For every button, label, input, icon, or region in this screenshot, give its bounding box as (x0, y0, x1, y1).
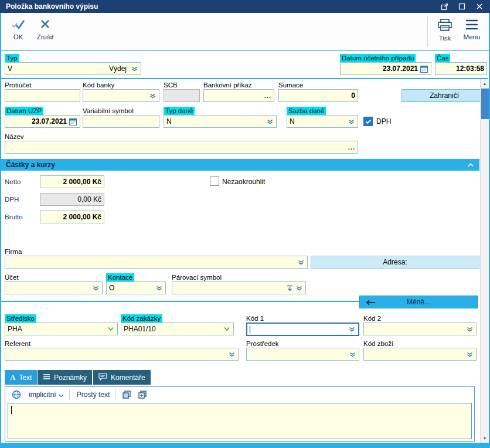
calendar-icon[interactable] (420, 65, 428, 73)
summation-field[interactable]: 0 (278, 89, 358, 102)
type-label: Typ (5, 54, 19, 62)
bank-order-browse-button[interactable]: ... (264, 92, 271, 99)
tab-text-label: Text (19, 374, 32, 382)
tab-text[interactable]: A Text (5, 370, 37, 385)
code2-label: Kód 2 (363, 314, 381, 323)
less-button-label: Méně... (407, 298, 430, 306)
accounting-date-field[interactable]: 23.07.2021 (340, 62, 431, 75)
pairing-sort-dropdown-icon[interactable] (286, 285, 294, 291)
netto-value: 2 000,00 Kč (43, 178, 101, 186)
copy-icon[interactable] (122, 391, 131, 399)
toolbar-separator (427, 16, 428, 47)
name-browse-button[interactable]: ... (348, 144, 355, 151)
vertical-scrollbar[interactable]: ▲ ▼ (480, 79, 489, 443)
tax-type-label: Typ daně (164, 107, 195, 115)
text-caret (11, 406, 12, 414)
code2-field[interactable] (363, 323, 477, 335)
no-rounding-checkbox-label[interactable]: Nezaokrouhlit (222, 178, 265, 186)
summation-value: 0 (281, 91, 355, 100)
uzp-date-label: Datum UZP (5, 107, 43, 115)
tab-comments[interactable]: Komentáře (93, 370, 151, 385)
counter-account-field[interactable] (5, 89, 80, 102)
bank-statement-item-dialog: Položka bankovního výpisu OK Zrušit Tisk… (0, 0, 490, 448)
netto-field[interactable]: 2 000,00 Kč (40, 175, 104, 188)
maximize-icon[interactable] (457, 2, 467, 11)
vat-checkbox-label[interactable]: DPH (376, 117, 391, 125)
code1-dropdown-button[interactable] (348, 327, 356, 332)
referent-dropdown-button[interactable] (228, 352, 236, 357)
variable-symbol-label: Variabilní symbol (83, 107, 134, 115)
cancel-button-label: Zrušit (37, 33, 54, 40)
tax-rate-field[interactable]: N (287, 115, 358, 128)
pairing-dropdown-button[interactable] (295, 286, 303, 291)
name-field[interactable]: ... (5, 141, 358, 154)
variable-symbol-field[interactable] (83, 115, 159, 128)
tax-rate-dropdown-button[interactable] (348, 119, 355, 124)
uzp-date-field[interactable]: 23.07.2021 (5, 115, 80, 128)
type-field[interactable]: V Výdej (5, 62, 141, 75)
account-label: Účet (5, 273, 19, 281)
foreign-button[interactable]: Zahraničí (401, 89, 487, 102)
account-field[interactable] (5, 281, 103, 294)
goods-code-field[interactable] (363, 348, 477, 361)
type-dropdown-button[interactable] (131, 66, 138, 72)
tax-type-dropdown-button[interactable] (266, 119, 274, 124)
code1-field-focused[interactable] (246, 323, 359, 336)
tab-notes[interactable]: Poznámky (38, 370, 92, 385)
language-selector[interactable]: implicitní (28, 391, 64, 399)
close-icon[interactable] (475, 2, 484, 11)
bank-order-field[interactable]: ... (203, 89, 274, 102)
resource-field[interactable] (246, 348, 359, 361)
scrollbar-thumb[interactable] (481, 89, 489, 119)
copy-add-icon[interactable] (138, 391, 147, 399)
left-arrow-icon (365, 299, 376, 308)
posting-value: O (109, 284, 154, 292)
counter-account-label: Protiúčet (5, 81, 31, 89)
vat-checkbox[interactable] (363, 117, 373, 126)
title-bar[interactable]: Položka bankovního výpisu (0, 0, 490, 13)
time-field[interactable]: 12:03:58 (435, 62, 487, 75)
accounting-date-value: 23.07.2021 (343, 65, 418, 73)
no-rounding-checkbox[interactable] (210, 177, 219, 186)
posting-dropdown-button[interactable] (155, 286, 163, 291)
popout-window-icon[interactable] (440, 2, 449, 11)
cost-center-field[interactable]: PHA (5, 323, 118, 335)
plain-text-mode-button[interactable]: Prostý text (76, 391, 111, 399)
menu-button[interactable]: Menu (458, 15, 485, 47)
referent-label: Referent (5, 340, 30, 348)
brutto-field[interactable]: 2 000,00 Kč (40, 211, 104, 223)
text-content-area[interactable] (8, 403, 472, 439)
company-dropdown-button[interactable] (297, 260, 305, 265)
code2-dropdown-button[interactable] (466, 327, 474, 332)
posting-field[interactable]: O (106, 281, 166, 294)
cancel-button[interactable]: Zrušit (32, 15, 59, 47)
less-button[interactable]: Méně... (359, 296, 478, 308)
scroll-down-arrow[interactable]: ▼ (481, 434, 489, 443)
uzp-calendar-icon[interactable] (69, 118, 77, 125)
uzp-date-value: 23.07.2021 (8, 117, 67, 125)
goods-code-dropdown-button[interactable] (466, 352, 474, 357)
netto-label: Netto (5, 178, 21, 186)
resource-dropdown-button[interactable] (349, 352, 356, 357)
tax-rate-label: Sazba daně (287, 107, 326, 115)
summation-label: Sumace (278, 81, 303, 89)
bank-code-field[interactable] (83, 89, 159, 102)
collapse-chevron-up-icon[interactable] (467, 162, 475, 167)
account-dropdown-button[interactable] (92, 286, 100, 291)
referent-field[interactable] (5, 348, 239, 361)
print-button-label: Tisk (439, 35, 451, 42)
pairing-symbol-field[interactable] (172, 281, 306, 294)
ok-button[interactable]: OK (5, 15, 32, 47)
tax-type-field[interactable]: N (164, 115, 277, 128)
bank-code-dropdown-button[interactable] (149, 93, 156, 99)
scroll-up-arrow[interactable]: ▲ (481, 79, 489, 88)
time-value: 12:03:58 (438, 65, 484, 73)
globe-language-icon[interactable] (11, 390, 22, 399)
company-field[interactable] (5, 256, 308, 269)
order-code-dropdown-button[interactable] (223, 327, 231, 331)
order-code-field[interactable]: PHA01/10 (121, 323, 234, 335)
cost-center-dropdown-button[interactable] (107, 327, 115, 331)
order-code-value: PHA01/10 (124, 325, 221, 333)
print-button[interactable]: Tisk (431, 15, 458, 47)
resource-label: Prostředek (246, 340, 279, 348)
